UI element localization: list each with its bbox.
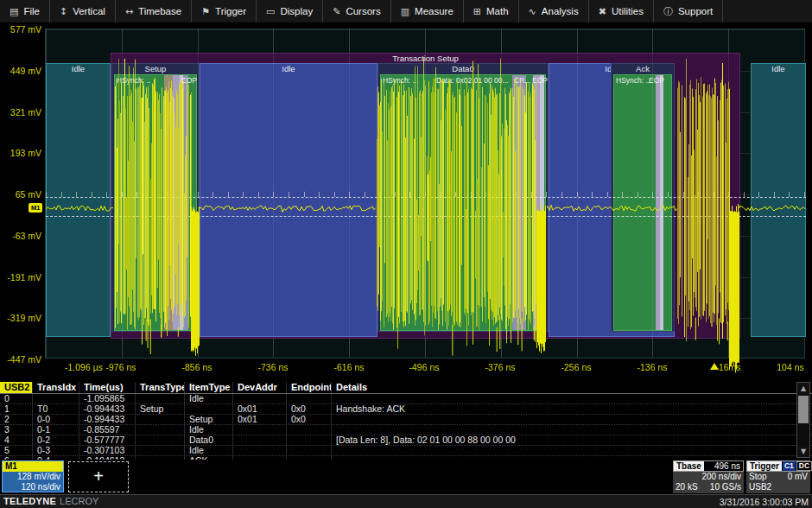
table-row[interactable]: 20-0-0.994433Setup0x010x0: [0, 415, 812, 425]
table-cell[interactable]: -1.095865: [79, 394, 136, 403]
table-cell[interactable]: [332, 394, 812, 403]
table-row[interactable]: 50-3-0.307103Idle: [0, 446, 812, 456]
table-row[interactable]: 1T0-0.994433Setup0x010x0Handshake: ACK: [0, 404, 812, 415]
table-cell[interactable]: Setup: [136, 404, 185, 414]
table-cell[interactable]: [136, 425, 185, 435]
table-cell[interactable]: -0.994433: [79, 415, 136, 424]
table-cell[interactable]: -0.994433: [79, 404, 136, 414]
menu-item-trigger[interactable]: ⚑Trigger: [192, 0, 257, 22]
field-label: EOP: [181, 76, 197, 85]
measure-icon: ▥: [401, 6, 409, 17]
scrollbar-thumb[interactable]: [798, 396, 809, 423]
table-cell[interactable]: T0: [33, 404, 79, 414]
table-cell[interactable]: Setup: [185, 415, 233, 424]
table-cell[interactable]: Data0: [185, 435, 233, 445]
time-tick-label: -976 ns: [105, 362, 136, 372]
menu-item-label: File: [23, 6, 40, 16]
table-cell[interactable]: [287, 435, 332, 445]
timebase-box[interactable]: Tbase 496 ns 200 ns/div 20 kS10 GS/s: [673, 460, 744, 493]
voltage-tick-label: 449 mV: [2, 66, 41, 76]
scroll-up-icon[interactable]: ▲: [797, 383, 809, 394]
voltage-tick-label: 65 mV: [2, 189, 41, 200]
table-cell[interactable]: 0-1: [33, 425, 79, 435]
table-cell[interactable]: 0-3: [33, 446, 79, 455]
scope-display: 577 mV449 mV321 mV193 mV65 mV-63 mV-191 …: [0, 22, 812, 382]
table-cell[interactable]: 0x0: [287, 415, 332, 424]
menu-item-file[interactable]: ▤File: [0, 0, 50, 22]
table-cell[interactable]: 0: [0, 394, 33, 403]
table-cell[interactable]: 2: [0, 415, 33, 424]
file-icon: ▤: [10, 6, 18, 17]
table-cell[interactable]: 4: [0, 435, 33, 445]
cursor-line-upper[interactable]: [46, 197, 806, 198]
table-cell[interactable]: Idle: [185, 425, 233, 435]
table-row[interactable]: 30-1-0.85597Idle: [0, 425, 812, 435]
table-cell[interactable]: [Data Len: 8], Data: 02 01 00 00 88 00 0…: [332, 435, 812, 445]
table-cell[interactable]: [185, 404, 233, 414]
table-row[interactable]: 0-1.095865Idle: [0, 394, 812, 404]
menu-item-display[interactable]: ▭Display: [257, 0, 323, 22]
scroll-down-icon[interactable]: ▼: [797, 446, 809, 457]
table-cell[interactable]: [33, 394, 79, 403]
idle-band-outer[interactable]: Idle: [751, 63, 806, 337]
menu-item-cursors[interactable]: ✎Cursors: [323, 0, 390, 22]
table-cell[interactable]: 5: [0, 446, 33, 455]
menu-item-support[interactable]: ⓘSupport: [654, 0, 723, 22]
table-cell[interactable]: Idle: [185, 446, 233, 455]
field-strip: [173, 75, 180, 330]
table-scrollbar[interactable]: ▲ ▼: [796, 382, 810, 458]
column-header: ItemType: [185, 382, 233, 393]
menu-item-timebase[interactable]: ↔Timebase: [116, 0, 192, 22]
table-cell[interactable]: 0x01: [233, 404, 287, 414]
menu-item-analysis[interactable]: ∿Analysis: [519, 0, 589, 22]
menu-item-label: Math: [486, 6, 509, 16]
table-cell[interactable]: [233, 425, 287, 435]
idle-band-idle[interactable]: Idle: [200, 63, 377, 337]
field-label: HSynch: ..: [383, 76, 416, 85]
menu-item-measure[interactable]: ▥Measure: [391, 0, 464, 22]
segment-label: Setup: [112, 64, 199, 74]
table-cell[interactable]: [287, 394, 332, 403]
table-cell[interactable]: -0.85597: [79, 425, 136, 435]
table-cell[interactable]: 0x0: [287, 404, 332, 414]
menu-item-utilities[interactable]: ✖Utilities: [589, 0, 654, 22]
add-trace-button[interactable]: +: [68, 461, 129, 492]
waveform-grid[interactable]: Transaction SetupIdleIdleSetupHSynch: ..…: [45, 29, 805, 359]
table-cell[interactable]: [332, 415, 812, 424]
table-cell[interactable]: [136, 435, 185, 445]
field-label: EOP: [532, 76, 548, 85]
table-cell[interactable]: [233, 394, 287, 403]
m1-descriptor-box[interactable]: M1 128 mV/div 120 ns/div: [2, 460, 64, 492]
channel-offset-marker[interactable]: M1: [29, 203, 42, 213]
table-cell[interactable]: 3: [0, 425, 33, 435]
table-cell[interactable]: [233, 446, 287, 455]
table-cell[interactable]: -0.307103: [79, 446, 136, 455]
table-cell[interactable]: 0-0: [33, 415, 79, 424]
table-cell[interactable]: [136, 446, 185, 455]
time-tick-label: 104 ns: [777, 362, 804, 372]
idle-band-outer[interactable]: Idle: [46, 63, 111, 337]
table-cell[interactable]: -0.577777: [79, 435, 136, 445]
trigger-box[interactable]: Trigger C1 DC Stop0 mV USB2: [746, 460, 810, 493]
table-cell[interactable]: Idle: [185, 394, 233, 403]
table-cell[interactable]: Handshake: ACK: [332, 404, 812, 414]
table-cell[interactable]: [287, 425, 332, 435]
table-cell[interactable]: 0-2: [33, 435, 79, 445]
menu-item-label: Measure: [415, 6, 454, 16]
cursor-line-lower[interactable]: [46, 216, 806, 217]
table-cell[interactable]: [332, 446, 812, 455]
table-cell[interactable]: [287, 446, 332, 455]
menu-item-math[interactable]: ⊞Math: [464, 0, 519, 22]
field-label: HSynch: ..: [616, 76, 650, 85]
field-strip: [540, 75, 544, 330]
field-strip: [512, 75, 526, 330]
table-cell[interactable]: [136, 415, 185, 424]
table-cell[interactable]: 1: [0, 404, 33, 414]
table-cell[interactable]: 0x01: [233, 415, 287, 424]
menu-item-label: Analysis: [542, 6, 579, 16]
table-cell[interactable]: [233, 435, 287, 445]
table-cell[interactable]: [136, 394, 185, 403]
menu-item-vertical[interactable]: ↕Vertical: [50, 0, 116, 22]
table-cell[interactable]: [332, 425, 812, 435]
table-row[interactable]: 40-2-0.577777Data0[Data Len: 8], Data: 0…: [0, 435, 812, 446]
